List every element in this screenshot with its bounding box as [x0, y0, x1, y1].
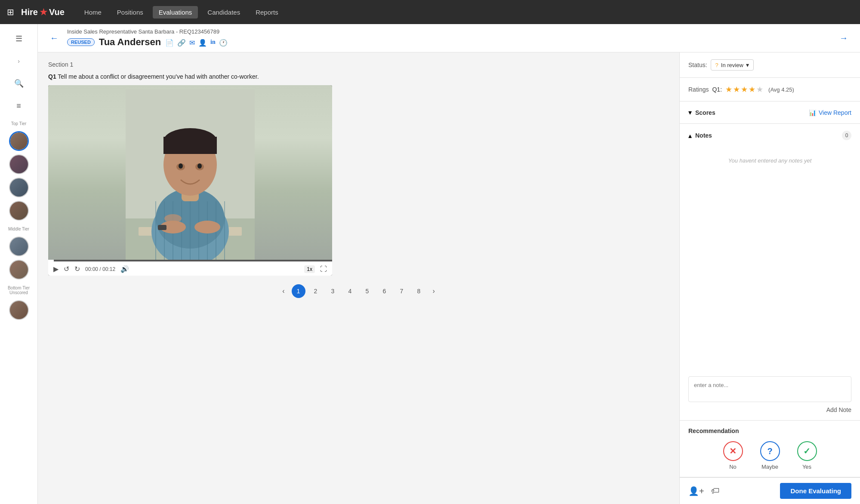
star-2[interactable]: ★	[733, 85, 740, 94]
recommendation-title: Recommendation	[688, 427, 851, 434]
tag-icon[interactable]: 🏷	[711, 486, 720, 496]
page-3-button[interactable]: 3	[326, 284, 340, 298]
nav-candidates[interactable]: Candidates	[201, 6, 246, 18]
no-circle: ✕	[723, 441, 743, 461]
page-4-button[interactable]: 4	[343, 284, 357, 298]
notes-section: ▴ Notes 0 You havent entered any notes y…	[680, 124, 860, 421]
maybe-recommendation-button[interactable]: ? Maybe	[760, 441, 780, 470]
yes-label: Yes	[802, 464, 811, 470]
sidebar-expand-icon[interactable]: ›	[9, 52, 28, 71]
page-1-button[interactable]: 1	[292, 284, 305, 298]
video-controls: ▶ ↺ ↻ 00:00 / 00:12 🔊 1x ⛶	[48, 261, 332, 276]
page-6-button[interactable]: 6	[378, 284, 391, 298]
notes-empty-message: You havent entered any notes yet	[688, 140, 851, 172]
star-1[interactable]: ★	[725, 85, 732, 94]
notes-title: Notes	[695, 132, 712, 139]
scores-header[interactable]: ▾ Scores 📊 View Report	[688, 108, 851, 117]
star-4[interactable]: ★	[749, 85, 755, 94]
star-3[interactable]: ★	[741, 85, 748, 94]
done-evaluating-button[interactable]: Done Evaluating	[780, 483, 851, 499]
notes-expand-icon: ▴	[688, 132, 692, 140]
note-input[interactable]	[688, 376, 851, 402]
document-icon[interactable]: 📄	[165, 39, 174, 47]
candidate-avatar-1[interactable]	[9, 131, 29, 151]
time-icon[interactable]: 🕐	[219, 39, 228, 47]
candidate-avatar-6[interactable]	[9, 260, 29, 280]
page-2-button[interactable]: 2	[309, 284, 323, 298]
link-icon[interactable]: 🔗	[177, 39, 186, 47]
notes-header[interactable]: ▴ Notes 0	[688, 131, 851, 140]
candidate-avatar-5[interactable]	[9, 237, 29, 256]
sidebar-search-icon[interactable]: 🔍	[9, 74, 28, 93]
status-dropdown[interactable]: ? In review ▾	[711, 59, 754, 71]
candidate-avatar-3[interactable]	[9, 178, 29, 197]
no-label: No	[729, 464, 737, 470]
no-recommendation-button[interactable]: ✕ No	[723, 441, 743, 470]
email-icon[interactable]: ✉	[189, 39, 195, 47]
forward-button[interactable]: ↻	[74, 265, 80, 273]
grid-icon[interactable]: ⊞	[7, 7, 14, 17]
yes-circle: ✓	[797, 441, 817, 461]
page-5-button[interactable]: 5	[361, 284, 374, 298]
add-person-icon[interactable]: 👤+	[688, 486, 704, 496]
svg-point-19	[197, 163, 202, 169]
svg-rect-24	[158, 225, 166, 230]
prev-candidate-button[interactable]: ←	[46, 31, 62, 45]
candidate-avatar-4[interactable]	[9, 201, 29, 221]
next-page-button[interactable]: ›	[429, 286, 438, 297]
volume-button[interactable]: 🔊	[120, 265, 129, 273]
ratings-label: Ratings	[688, 86, 709, 93]
svg-point-18	[179, 163, 183, 169]
person-icon[interactable]: 👤	[198, 39, 207, 47]
logo-star: ★	[40, 7, 47, 17]
sidebar-list-icon[interactable]: ☰	[9, 29, 28, 48]
star-5[interactable]: ★	[756, 85, 763, 94]
recommendation-section: Recommendation ✕ No ? Maybe ✓ Yes	[680, 421, 860, 477]
video-frame	[48, 85, 332, 261]
speed-button[interactable]: 1x	[304, 265, 315, 273]
nav-evaluations[interactable]: Evaluations	[153, 6, 198, 18]
view-report-button[interactable]: 📊 View Report	[809, 109, 851, 116]
candidate-info: Inside Sales Representative Santa Barbar…	[67, 28, 831, 48]
play-button[interactable]: ▶	[53, 265, 59, 273]
candidate-name: Tua Andersen	[99, 37, 161, 48]
nav-home[interactable]: Home	[78, 6, 108, 18]
bottom-tier-label: Bottom TierUnscored	[0, 283, 37, 297]
page-7-button[interactable]: 7	[395, 284, 409, 298]
question-label: Q1 Tell me about a conflict or disagreem…	[48, 73, 669, 80]
status-value: In review	[721, 62, 743, 68]
nav-positions[interactable]: Positions	[111, 6, 149, 18]
scores-title: Scores	[695, 109, 715, 116]
q1-label: Q1:	[712, 86, 722, 93]
scores-section: ▾ Scores 📊 View Report	[680, 101, 860, 124]
top-tier-label: Top Tier	[0, 119, 37, 128]
candidate-avatar-2[interactable]	[9, 154, 29, 174]
section-title: Section 1	[48, 61, 669, 68]
nav-reports[interactable]: Reports	[250, 6, 284, 18]
star-rating[interactable]: ★ ★ ★ ★ ★	[725, 85, 763, 94]
linkedin-icon[interactable]: in	[210, 39, 216, 47]
recommendation-buttons: ✕ No ? Maybe ✓ Yes	[688, 441, 851, 470]
status-icon: ?	[715, 62, 718, 68]
svg-rect-21	[163, 137, 217, 154]
candidate-header: ← Inside Sales Representative Santa Barb…	[38, 24, 860, 52]
video-time: 00:00 / 00:12	[85, 266, 115, 272]
job-title: Inside Sales Representative Santa Barbar…	[67, 28, 831, 35]
yes-recommendation-button[interactable]: ✓ Yes	[797, 441, 817, 470]
candidate-avatar-7[interactable]	[9, 300, 29, 320]
rewind-button[interactable]: ↺	[64, 265, 69, 273]
prev-page-button[interactable]: ‹	[279, 286, 288, 297]
add-note-button[interactable]: Add Note	[688, 406, 851, 413]
maybe-label: Maybe	[761, 464, 778, 470]
ratings-section: Ratings Q1: ★ ★ ★ ★ ★ (Avg 4.25)	[680, 78, 860, 101]
next-candidate-button[interactable]: →	[836, 31, 851, 45]
video-person-svg	[126, 89, 255, 261]
scores-collapse-icon: ▾	[688, 108, 692, 117]
status-chevron-icon: ▾	[746, 61, 749, 68]
notes-count-badge: 0	[842, 131, 851, 140]
sidebar-filter-icon[interactable]: ≡	[9, 96, 28, 115]
page-8-button[interactable]: 8	[412, 284, 426, 298]
top-navigation: ⊞ Hire★Vue Home Positions Evaluations Ca…	[0, 0, 860, 24]
fullscreen-button[interactable]: ⛶	[320, 265, 327, 273]
avg-rating-text: (Avg 4.25)	[768, 86, 794, 93]
